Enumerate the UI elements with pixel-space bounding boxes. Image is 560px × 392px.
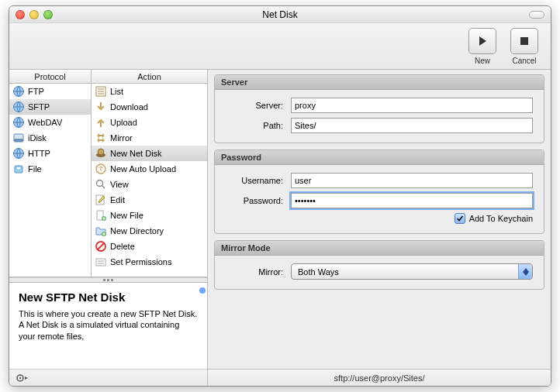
- app-window: Net Disk New Cancel Protocol FTPSFTPWebD…: [9, 5, 551, 387]
- username-label: Username:: [226, 176, 291, 185]
- window-title: Net Disk: [262, 9, 297, 20]
- status-bar: sftp://user@proxy/Sites/: [208, 369, 551, 386]
- description-title: New SFTP Net Disk: [19, 291, 198, 304]
- action-item-label: Edit: [110, 195, 125, 205]
- protocol-item[interactable]: HTTP: [9, 146, 91, 161]
- netdisk-icon: [95, 147, 107, 160]
- protocol-item[interactable]: WebDAV: [9, 115, 91, 130]
- password-label: Password:: [226, 196, 291, 205]
- titlebar: Net Disk: [9, 6, 551, 23]
- action-list: ListDownloadUploadMirrorNew Net DiskNew …: [92, 84, 207, 277]
- zoom-window-button[interactable]: [43, 10, 53, 19]
- autoupload-icon: [95, 163, 107, 175]
- upload-icon: [95, 116, 107, 129]
- server-label: Server:: [226, 101, 291, 110]
- new-button[interactable]: [468, 28, 496, 54]
- globe-icon: [12, 85, 25, 98]
- svg-marker-0: [479, 36, 486, 46]
- protocol-item[interactable]: iDisk: [9, 130, 91, 146]
- action-item-label: New File: [110, 211, 143, 220]
- new-button-label: New: [475, 57, 490, 65]
- close-window-button[interactable]: [16, 10, 25, 19]
- cancel-button-label: Cancel: [512, 57, 536, 65]
- newdir-icon: [95, 225, 107, 237]
- protocol-item[interactable]: SFTP: [9, 99, 91, 115]
- mirror-group-title: Mirror Mode: [215, 241, 544, 256]
- action-item-label: Delete: [110, 242, 135, 251]
- form-pane: Server Server: Path: Password: [208, 70, 551, 386]
- server-input[interactable]: [291, 98, 533, 113]
- action-item[interactable]: Set Permissions: [92, 254, 207, 270]
- svg-rect-9: [17, 167, 20, 169]
- action-item[interactable]: New Auto Upload: [92, 161, 207, 177]
- action-item-label: Set Permissions: [110, 257, 171, 266]
- cancel-button[interactable]: [510, 28, 538, 54]
- scroll-indicator: [199, 287, 206, 294]
- toolbar: New Cancel: [9, 23, 551, 70]
- newfile-icon: [95, 209, 107, 222]
- svg-point-15: [98, 149, 104, 155]
- action-item-label: Upload: [110, 118, 137, 127]
- protocol-item-label: WebDAV: [28, 118, 62, 127]
- server-group-title: Server: [215, 75, 544, 90]
- action-item[interactable]: New File: [92, 208, 207, 223]
- description-pane: New SFTP Net Disk This is where you crea…: [9, 282, 207, 369]
- action-item-label: New Auto Upload: [110, 164, 176, 174]
- action-item[interactable]: Mirror: [92, 130, 207, 146]
- protocol-item-label: SFTP: [28, 102, 50, 112]
- svg-rect-25: [96, 259, 105, 266]
- permissions-icon: [95, 256, 107, 268]
- action-item-label: View: [110, 180, 129, 189]
- file-icon: [12, 163, 25, 175]
- action-item[interactable]: Upload: [92, 115, 207, 130]
- list-icon: [95, 85, 107, 98]
- svg-line-24: [98, 243, 104, 249]
- password-group: Password Username: Password:: [214, 150, 544, 234]
- action-item-label: New Directory: [110, 226, 164, 236]
- minimize-window-button[interactable]: [29, 10, 39, 19]
- protocol-item[interactable]: FTP: [9, 84, 91, 99]
- bottom-bar: [9, 369, 207, 386]
- action-column: Action ListDownloadUploadMirrorNew Net D…: [92, 70, 207, 277]
- svg-rect-6: [14, 139, 23, 142]
- mirror-select[interactable]: Both Ways: [291, 263, 533, 280]
- globe-icon: [12, 116, 25, 129]
- action-item[interactable]: New Directory: [92, 223, 207, 239]
- mirror-group: Mirror Mode Mirror: Both Ways: [214, 240, 544, 290]
- action-item[interactable]: Edit: [92, 192, 207, 208]
- content-area: Protocol FTPSFTPWebDAViDiskHTTPFile Acti…: [9, 70, 551, 386]
- password-group-title: Password: [215, 150, 544, 165]
- download-icon: [95, 101, 107, 113]
- protocol-header[interactable]: Protocol: [9, 70, 91, 84]
- username-input[interactable]: [291, 173, 533, 188]
- toolbar-toggle-button[interactable]: [529, 11, 544, 19]
- action-item[interactable]: Download: [92, 99, 207, 115]
- action-item[interactable]: View: [92, 177, 207, 192]
- mirror-icon: [95, 132, 107, 144]
- globe-icon: [12, 101, 25, 113]
- path-input[interactable]: [291, 118, 533, 133]
- idisk-icon: [12, 132, 25, 144]
- protocol-item[interactable]: File: [9, 161, 91, 177]
- keychain-checkbox[interactable]: [455, 213, 465, 224]
- protocol-item-label: File: [28, 164, 42, 174]
- action-item[interactable]: New Net Disk: [92, 146, 207, 161]
- action-item[interactable]: List: [92, 84, 207, 99]
- protocol-column: Protocol FTPSFTPWebDAViDiskHTTPFile: [9, 70, 92, 277]
- keychain-label: Add To Keychain: [469, 214, 533, 223]
- stop-icon: [520, 36, 529, 46]
- toolbar-item-cancel: Cancel: [506, 28, 543, 65]
- password-input[interactable]: [291, 193, 533, 208]
- keychain-row: Add To Keychain: [226, 213, 533, 224]
- description-body: This is where you create a new SFTP Net …: [19, 308, 198, 342]
- view-icon: [95, 178, 107, 191]
- action-item-label: Download: [110, 102, 148, 112]
- delete-icon: [95, 240, 107, 253]
- protocol-list: FTPSFTPWebDAViDiskHTTPFile: [9, 84, 91, 277]
- svg-point-17: [97, 181, 103, 187]
- select-arrows-icon: [518, 264, 532, 279]
- action-header[interactable]: Action: [92, 70, 207, 84]
- gear-menu-button[interactable]: [14, 372, 31, 384]
- action-item[interactable]: Delete: [92, 239, 207, 254]
- traffic-lights: [16, 10, 53, 19]
